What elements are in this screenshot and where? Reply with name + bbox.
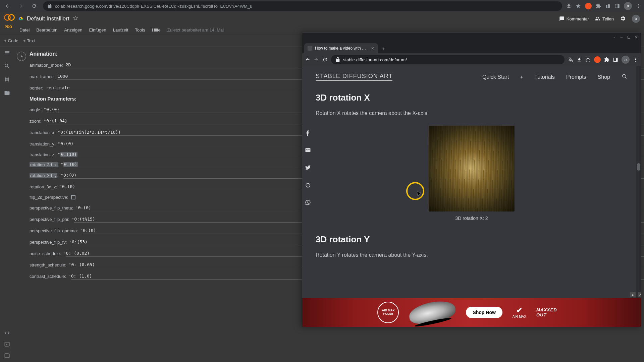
svg-rect-3: [618, 4, 619, 8]
secondary-browser-window: How to make a video with Stabl… stable-d…: [302, 32, 641, 327]
field-label: max_frames:: [30, 74, 57, 79]
extension-badge-icon[interactable]: [585, 3, 592, 9]
ad-shoe-image: [409, 297, 456, 327]
panel-icon[interactable]: [614, 3, 620, 9]
nav-shop[interactable]: Shop: [598, 74, 610, 80]
rw-install-icon[interactable]: [577, 57, 582, 62]
field-label: perspective_flip_theta:: [30, 205, 76, 210]
heading-rotation-y: 3D rotation Y: [316, 234, 628, 245]
field-label: translation_z:: [30, 152, 58, 157]
star-icon[interactable]: [576, 3, 581, 9]
colab-avatar[interactable]: a: [632, 15, 640, 23]
tabs-icon[interactable]: [605, 3, 610, 9]
ad-banner: ▸ ✕ AIR MAXPULSE Shop Now ✔AIR MAX MAXXE…: [302, 298, 641, 327]
field-label: rotation_3d_y:: [30, 173, 61, 178]
svg-point-14: [635, 61, 636, 62]
field-label: translation_y:: [30, 141, 58, 146]
field-label: noise_schedule:: [30, 251, 64, 256]
star-button[interactable]: [73, 15, 78, 22]
rw-sidepanel-icon[interactable]: [613, 57, 618, 62]
terminal-icon[interactable]: [4, 353, 10, 359]
files-icon[interactable]: [4, 90, 10, 96]
rw-ext-badge[interactable]: [594, 56, 601, 63]
browser-tab[interactable]: How to make a video with Stabl…: [304, 43, 378, 53]
checkbox-input[interactable]: [71, 195, 75, 199]
rw-reload-icon[interactable]: [322, 57, 328, 62]
svg-point-4: [638, 4, 639, 5]
back-button[interactable]: [3, 1, 12, 11]
svg-rect-0: [606, 5, 607, 8]
ad-maxxed-text: MAXXEDOUT: [536, 307, 557, 317]
chevron-down-icon[interactable]: [612, 35, 616, 39]
minimize-icon[interactable]: [620, 35, 624, 39]
colab-logo-icon[interactable]: PRO: [4, 13, 15, 24]
nav-quickstart[interactable]: Quick Start: [482, 74, 509, 80]
close-icon[interactable]: [634, 35, 638, 39]
field-label: perspective_flip_phi:: [30, 217, 72, 222]
svg-rect-1: [608, 4, 610, 8]
field-label: perspective_flip_gamma:: [30, 228, 81, 233]
favicon-icon: [308, 46, 312, 51]
nav-plus[interactable]: +: [520, 74, 523, 80]
add-text-button[interactable]: +Text: [23, 38, 35, 43]
address-bar[interactable]: colab.research.google.com/drive/120CdqpI…: [43, 1, 562, 11]
menu-tools[interactable]: Tools: [135, 27, 145, 33]
add-code-button[interactable]: +Code: [4, 38, 18, 43]
forward-button[interactable]: [16, 1, 25, 11]
ad-info-button[interactable]: ▸: [630, 292, 636, 297]
rw-address-bar[interactable]: stable-diffusion-art.com/deforum/: [331, 55, 565, 64]
site-brand[interactable]: STABLE DIFFUSION ART: [316, 73, 392, 81]
rw-back-icon[interactable]: [305, 57, 310, 62]
close-tab-icon[interactable]: [371, 46, 375, 50]
field-label: perspective_flip_fv:: [30, 240, 69, 245]
notebook-title[interactable]: Default Installiert: [27, 15, 69, 22]
new-tab-button[interactable]: [379, 45, 388, 53]
site-search-icon[interactable]: [622, 73, 628, 81]
settings-button[interactable]: [620, 15, 626, 22]
svg-point-12: [635, 58, 636, 59]
code-snippets-icon[interactable]: [4, 330, 10, 336]
heading-rotation-x: 3D rotation X: [316, 93, 628, 103]
svg-rect-8: [5, 354, 9, 358]
rw-forward-icon[interactable]: [314, 57, 319, 62]
svg-rect-7: [5, 342, 9, 346]
share-button[interactable]: Teilen: [595, 16, 614, 21]
menu-help[interactable]: Hilfe: [152, 27, 161, 33]
field-label: strength_schedule:: [30, 262, 69, 267]
field-label: translation_x:: [30, 130, 58, 135]
reload-button[interactable]: [30, 1, 39, 11]
field-label: animation_mode:: [30, 63, 66, 68]
rotation-x-caption: 3D rotation X: 2: [316, 216, 628, 221]
rw-star-icon[interactable]: [585, 57, 591, 62]
maximize-icon[interactable]: [627, 35, 631, 39]
profile-avatar[interactable]: a: [624, 2, 632, 10]
menu-edit[interactable]: Bearbeiten: [36, 27, 57, 33]
menu-icon[interactable]: [636, 3, 641, 9]
last-edited-text: Zuletzt bearbeitet am 14. Mai: [167, 27, 224, 33]
svg-point-6: [638, 7, 639, 8]
run-cell-button[interactable]: [17, 52, 26, 61]
svg-rect-11: [616, 58, 618, 62]
menu-view[interactable]: Anzeigen: [64, 27, 82, 33]
rw-menu-icon[interactable]: [633, 57, 638, 62]
install-icon[interactable]: [566, 3, 572, 9]
gdrive-icon: [18, 16, 23, 21]
rw-puzzle-icon[interactable]: [604, 57, 609, 62]
puzzle-icon[interactable]: [596, 3, 601, 9]
command-palette-icon[interactable]: [4, 341, 10, 347]
comment-button[interactable]: Kommentar: [559, 16, 589, 21]
toc-icon[interactable]: [4, 50, 10, 56]
nav-tutorials[interactable]: Tutorials: [534, 74, 555, 80]
translate-icon[interactable]: [568, 57, 573, 62]
menu-runtime[interactable]: Laufzeit: [113, 27, 128, 33]
nav-prompts[interactable]: Prompts: [566, 74, 586, 80]
ad-close-button[interactable]: ✕: [638, 292, 641, 297]
rw-avatar[interactable]: a: [622, 56, 630, 64]
field-label: rotation_3d_x:: [30, 162, 61, 167]
search-icon[interactable]: [4, 63, 10, 69]
menu-file[interactable]: Datei: [19, 27, 30, 33]
ad-logo: AIR MAXPULSE: [377, 302, 399, 323]
ad-shop-button[interactable]: Shop Now: [466, 307, 502, 318]
variables-icon[interactable]: [4, 76, 10, 82]
menu-insert[interactable]: Einfügen: [89, 27, 106, 33]
